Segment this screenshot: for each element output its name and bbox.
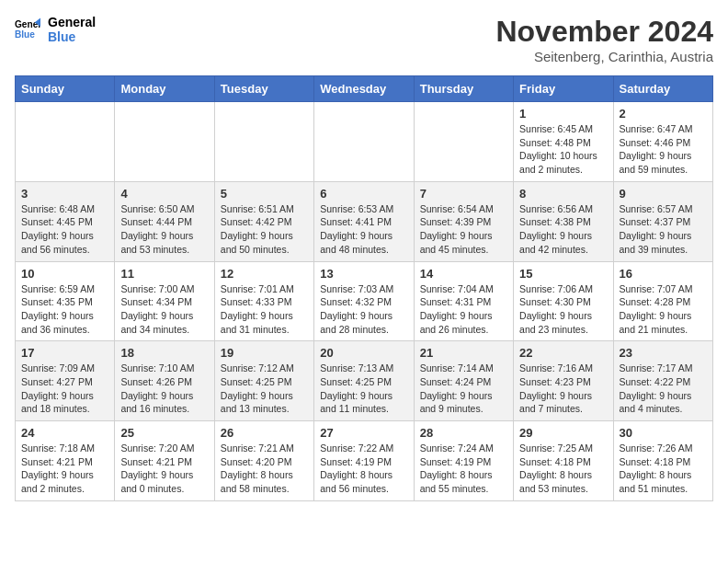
calendar-cell: 23Sunrise: 7:17 AM Sunset: 4:22 PM Dayli… bbox=[613, 341, 712, 421]
day-number: 13 bbox=[320, 267, 407, 281]
day-info: Sunrise: 7:21 AM Sunset: 4:20 PM Dayligh… bbox=[221, 442, 308, 496]
title-area: November 2024 Seitenberg, Carinthia, Aus… bbox=[495, 15, 713, 64]
logo-icon: General Blue bbox=[15, 17, 40, 42]
day-info: Sunrise: 7:26 AM Sunset: 4:18 PM Dayligh… bbox=[620, 442, 707, 496]
day-header-sunday: Sunday bbox=[16, 76, 115, 102]
day-number: 10 bbox=[21, 267, 108, 281]
day-info: Sunrise: 6:54 AM Sunset: 4:39 PM Dayligh… bbox=[420, 202, 507, 257]
calendar-cell: 13Sunrise: 7:03 AM Sunset: 4:32 PM Dayli… bbox=[314, 261, 414, 341]
day-info: Sunrise: 7:07 AM Sunset: 4:28 PM Dayligh… bbox=[620, 282, 707, 337]
day-info: Sunrise: 6:51 AM Sunset: 4:42 PM Dayligh… bbox=[221, 202, 308, 257]
day-info: Sunrise: 6:56 AM Sunset: 4:38 PM Dayligh… bbox=[519, 202, 607, 257]
calendar-cell bbox=[214, 102, 313, 182]
day-number: 19 bbox=[221, 346, 308, 360]
day-number: 25 bbox=[120, 426, 208, 440]
calendar-cell: 21Sunrise: 7:14 AM Sunset: 4:24 PM Dayli… bbox=[414, 341, 513, 421]
calendar-cell: 14Sunrise: 7:04 AM Sunset: 4:31 PM Dayli… bbox=[414, 261, 513, 341]
day-number: 28 bbox=[420, 426, 507, 440]
day-info: Sunrise: 7:03 AM Sunset: 4:32 PM Dayligh… bbox=[320, 282, 407, 337]
day-info: Sunrise: 6:50 AM Sunset: 4:44 PM Dayligh… bbox=[120, 202, 208, 257]
week-row-1: 3Sunrise: 6:48 AM Sunset: 4:45 PM Daylig… bbox=[16, 181, 713, 261]
month-title: November 2024 bbox=[495, 15, 713, 49]
day-info: Sunrise: 7:13 AM Sunset: 4:25 PM Dayligh… bbox=[320, 362, 407, 416]
calendar-cell: 22Sunrise: 7:16 AM Sunset: 4:23 PM Dayli… bbox=[514, 341, 613, 421]
calendar-cell: 5Sunrise: 6:51 AM Sunset: 4:42 PM Daylig… bbox=[214, 181, 313, 261]
day-number: 21 bbox=[420, 346, 507, 360]
logo-line2: Blue bbox=[48, 29, 96, 44]
day-info: Sunrise: 7:00 AM Sunset: 4:34 PM Dayligh… bbox=[120, 282, 208, 337]
day-number: 24 bbox=[21, 426, 108, 440]
calendar-cell bbox=[16, 102, 115, 182]
day-info: Sunrise: 7:14 AM Sunset: 4:24 PM Dayligh… bbox=[420, 362, 507, 416]
week-row-2: 10Sunrise: 6:59 AM Sunset: 4:35 PM Dayli… bbox=[16, 261, 713, 341]
svg-text:Blue: Blue bbox=[15, 29, 35, 40]
day-number: 5 bbox=[221, 187, 308, 201]
day-number: 18 bbox=[120, 346, 208, 360]
day-number: 23 bbox=[620, 346, 707, 360]
logo: General Blue General Blue bbox=[15, 15, 96, 44]
day-number: 22 bbox=[519, 346, 607, 360]
calendar-cell: 17Sunrise: 7:09 AM Sunset: 4:27 PM Dayli… bbox=[16, 341, 115, 421]
calendar-cell: 16Sunrise: 7:07 AM Sunset: 4:28 PM Dayli… bbox=[613, 261, 712, 341]
day-info: Sunrise: 6:48 AM Sunset: 4:45 PM Dayligh… bbox=[21, 202, 108, 257]
calendar-cell: 24Sunrise: 7:18 AM Sunset: 4:21 PM Dayli… bbox=[16, 421, 115, 501]
day-number: 14 bbox=[420, 267, 507, 281]
location-subtitle: Seitenberg, Carinthia, Austria bbox=[495, 49, 713, 64]
calendar-cell: 18Sunrise: 7:10 AM Sunset: 4:26 PM Dayli… bbox=[115, 341, 214, 421]
calendar-cell: 4Sunrise: 6:50 AM Sunset: 4:44 PM Daylig… bbox=[115, 181, 214, 261]
day-number: 12 bbox=[221, 267, 308, 281]
day-number: 30 bbox=[620, 426, 707, 440]
calendar-cell: 2Sunrise: 6:47 AM Sunset: 4:46 PM Daylig… bbox=[613, 102, 712, 182]
day-header-friday: Friday bbox=[514, 76, 613, 102]
day-info: Sunrise: 6:45 AM Sunset: 4:48 PM Dayligh… bbox=[519, 122, 607, 177]
header: General Blue General Blue November 2024 … bbox=[15, 15, 713, 64]
day-info: Sunrise: 7:20 AM Sunset: 4:21 PM Dayligh… bbox=[120, 442, 208, 496]
day-number: 4 bbox=[120, 187, 208, 201]
calendar-cell: 12Sunrise: 7:01 AM Sunset: 4:33 PM Dayli… bbox=[214, 261, 313, 341]
calendar-cell: 20Sunrise: 7:13 AM Sunset: 4:25 PM Dayli… bbox=[314, 341, 414, 421]
calendar-cell: 8Sunrise: 6:56 AM Sunset: 4:38 PM Daylig… bbox=[514, 181, 613, 261]
day-info: Sunrise: 7:18 AM Sunset: 4:21 PM Dayligh… bbox=[21, 442, 108, 496]
day-info: Sunrise: 7:22 AM Sunset: 4:19 PM Dayligh… bbox=[320, 442, 407, 496]
day-info: Sunrise: 7:24 AM Sunset: 4:19 PM Dayligh… bbox=[420, 442, 507, 496]
week-row-3: 17Sunrise: 7:09 AM Sunset: 4:27 PM Dayli… bbox=[16, 341, 713, 421]
calendar-cell: 9Sunrise: 6:57 AM Sunset: 4:37 PM Daylig… bbox=[613, 181, 712, 261]
day-info: Sunrise: 6:53 AM Sunset: 4:41 PM Dayligh… bbox=[320, 202, 407, 257]
calendar-cell: 7Sunrise: 6:54 AM Sunset: 4:39 PM Daylig… bbox=[414, 181, 513, 261]
header-row: SundayMondayTuesdayWednesdayThursdayFrid… bbox=[16, 76, 713, 102]
day-info: Sunrise: 6:57 AM Sunset: 4:37 PM Dayligh… bbox=[620, 202, 707, 257]
day-info: Sunrise: 7:25 AM Sunset: 4:18 PM Dayligh… bbox=[519, 442, 607, 496]
day-number: 27 bbox=[320, 426, 407, 440]
day-info: Sunrise: 6:47 AM Sunset: 4:46 PM Dayligh… bbox=[620, 122, 707, 177]
week-row-4: 24Sunrise: 7:18 AM Sunset: 4:21 PM Dayli… bbox=[16, 421, 713, 501]
calendar-table: SundayMondayTuesdayWednesdayThursdayFrid… bbox=[15, 75, 713, 501]
calendar-cell: 11Sunrise: 7:00 AM Sunset: 4:34 PM Dayli… bbox=[115, 261, 214, 341]
day-header-monday: Monday bbox=[115, 76, 214, 102]
calendar-cell bbox=[314, 102, 414, 182]
calendar-cell: 27Sunrise: 7:22 AM Sunset: 4:19 PM Dayli… bbox=[314, 421, 414, 501]
calendar-cell: 6Sunrise: 6:53 AM Sunset: 4:41 PM Daylig… bbox=[314, 181, 414, 261]
calendar-cell: 1Sunrise: 6:45 AM Sunset: 4:48 PM Daylig… bbox=[514, 102, 613, 182]
day-header-tuesday: Tuesday bbox=[214, 76, 313, 102]
calendar-cell: 15Sunrise: 7:06 AM Sunset: 4:30 PM Dayli… bbox=[514, 261, 613, 341]
calendar-cell: 3Sunrise: 6:48 AM Sunset: 4:45 PM Daylig… bbox=[16, 181, 115, 261]
calendar-cell: 28Sunrise: 7:24 AM Sunset: 4:19 PM Dayli… bbox=[414, 421, 513, 501]
day-header-thursday: Thursday bbox=[414, 76, 513, 102]
calendar-cell: 19Sunrise: 7:12 AM Sunset: 4:25 PM Dayli… bbox=[214, 341, 313, 421]
day-number: 7 bbox=[420, 187, 507, 201]
day-info: Sunrise: 7:10 AM Sunset: 4:26 PM Dayligh… bbox=[120, 362, 208, 416]
day-info: Sunrise: 7:17 AM Sunset: 4:22 PM Dayligh… bbox=[620, 362, 707, 416]
day-info: Sunrise: 7:12 AM Sunset: 4:25 PM Dayligh… bbox=[221, 362, 308, 416]
day-header-wednesday: Wednesday bbox=[314, 76, 414, 102]
day-number: 16 bbox=[620, 267, 707, 281]
day-info: Sunrise: 7:01 AM Sunset: 4:33 PM Dayligh… bbox=[221, 282, 308, 337]
calendar-cell bbox=[414, 102, 513, 182]
day-info: Sunrise: 7:04 AM Sunset: 4:31 PM Dayligh… bbox=[420, 282, 507, 337]
day-number: 2 bbox=[620, 107, 707, 121]
logo-line1: General bbox=[48, 15, 96, 29]
day-info: Sunrise: 7:06 AM Sunset: 4:30 PM Dayligh… bbox=[519, 282, 607, 337]
calendar-cell: 25Sunrise: 7:20 AM Sunset: 4:21 PM Dayli… bbox=[115, 421, 214, 501]
day-number: 15 bbox=[519, 267, 607, 281]
day-number: 1 bbox=[519, 107, 607, 121]
day-number: 17 bbox=[21, 346, 108, 360]
